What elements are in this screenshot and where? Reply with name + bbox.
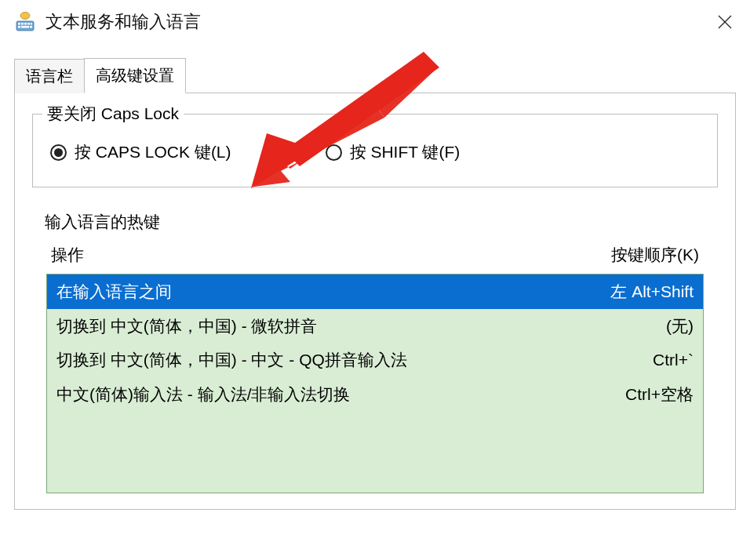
hotkey-action: 切换到 中文(简体，中国) - 微软拼音 bbox=[56, 312, 317, 340]
svg-point-0 bbox=[20, 13, 30, 20]
radio-capslock[interactable]: 按 CAPS LOCK 键(L) bbox=[50, 141, 231, 163]
tab-language-bar[interactable]: 语言栏 bbox=[14, 59, 85, 93]
hotkey-keys: (无) bbox=[666, 312, 694, 340]
hotkey-keys: Ctrl+空格 bbox=[625, 380, 694, 409]
window-title: 文本服务和输入语言 bbox=[46, 10, 201, 34]
svg-rect-9 bbox=[30, 26, 32, 28]
hotkeys-legend: 输入语言的热键 bbox=[40, 213, 165, 231]
hotkey-keys: Ctrl+` bbox=[653, 346, 694, 374]
tab-panel-advanced: 要关闭 Caps Lock 按 CAPS LOCK 键(L) 按 SHIFT 键… bbox=[14, 93, 736, 510]
svg-rect-4 bbox=[24, 23, 27, 25]
tab-advanced-keys[interactable]: 高级键设置 bbox=[84, 58, 186, 93]
close-button[interactable] bbox=[709, 6, 741, 38]
radio-shift[interactable]: 按 SHIFT 键(F) bbox=[326, 141, 461, 163]
close-icon bbox=[718, 15, 732, 29]
capslock-legend: 要关闭 Caps Lock bbox=[42, 103, 184, 125]
capslock-groupbox: 要关闭 Caps Lock 按 CAPS LOCK 键(L) 按 SHIFT 键… bbox=[32, 114, 718, 187]
hotkey-row[interactable]: 在输入语言之间左 Alt+Shift bbox=[47, 275, 703, 309]
hotkey-row[interactable]: 切换到 中文(简体，中国) - 微软拼音(无) bbox=[47, 309, 703, 344]
radio-label: 按 SHIFT 键(F) bbox=[350, 141, 461, 163]
radio-icon bbox=[326, 144, 342, 161]
hotkey-keys: 左 Alt+Shift bbox=[610, 278, 694, 306]
svg-rect-7 bbox=[18, 26, 20, 28]
svg-rect-2 bbox=[18, 23, 20, 25]
hotkeys-list[interactable]: 在输入语言之间左 Alt+Shift切换到 中文(简体，中国) - 微软拼音(无… bbox=[46, 274, 704, 493]
svg-rect-3 bbox=[21, 23, 24, 25]
keyboard-icon bbox=[14, 11, 36, 33]
radio-icon bbox=[50, 144, 67, 161]
hotkey-action: 中文(简体)输入法 - 输入法/非输入法切换 bbox=[56, 380, 350, 409]
hotkeys-header: 操作 按键顺序(K) bbox=[32, 233, 718, 274]
tabs: 语言栏 高级键设置 bbox=[14, 58, 736, 93]
header-action: 操作 bbox=[51, 244, 84, 266]
svg-rect-8 bbox=[21, 26, 29, 28]
hotkey-action: 切换到 中文(简体，中国) - 中文 - QQ拼音输入法 bbox=[56, 346, 407, 374]
svg-rect-6 bbox=[31, 23, 32, 25]
svg-rect-5 bbox=[27, 23, 30, 25]
header-keys: 按键顺序(K) bbox=[611, 244, 699, 266]
hotkey-row[interactable]: 切换到 中文(简体，中国) - 中文 - QQ拼音输入法Ctrl+` bbox=[47, 343, 703, 377]
hotkeys-section: 输入语言的热键 操作 按键顺序(K) 在输入语言之间左 Alt+Shift切换到… bbox=[32, 211, 718, 493]
hotkey-row[interactable]: 中文(简体)输入法 - 输入法/非输入法切换Ctrl+空格 bbox=[47, 377, 703, 412]
hotkey-action: 在输入语言之间 bbox=[56, 278, 172, 306]
radio-label: 按 CAPS LOCK 键(L) bbox=[75, 141, 231, 163]
titlebar: 文本服务和输入语言 bbox=[0, 0, 750, 44]
